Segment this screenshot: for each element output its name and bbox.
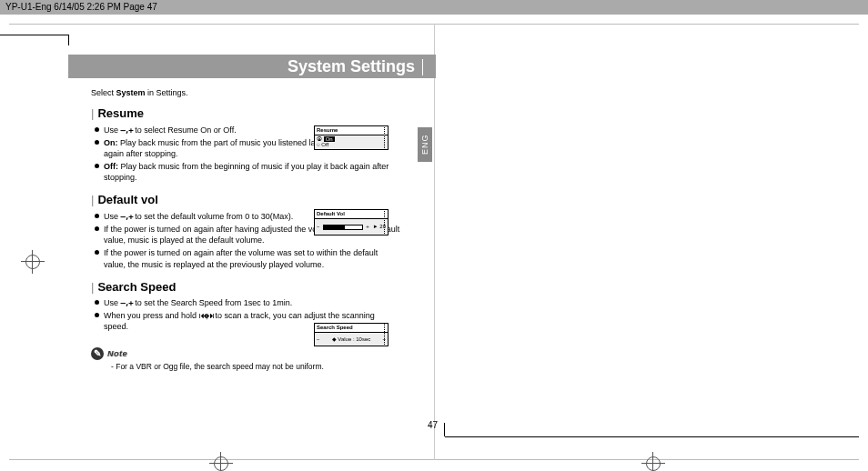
list-item: Off: Play back music from the beginning … xyxy=(95,161,400,183)
plus-icon: + xyxy=(366,224,369,230)
crop-header: YP-U1-Eng 6/14/05 2:26 PM Page 47 xyxy=(0,0,868,15)
plus-minus-icon: —,+ xyxy=(121,298,133,307)
plus-minus-icon: —,+ xyxy=(121,125,133,135)
intro-line: Select System in Settings. xyxy=(91,87,400,98)
device-defaultvol: Default Vol − + ► 20 xyxy=(314,209,389,236)
crop-mark-left xyxy=(25,255,40,269)
section-title-searchspeed: |Search Speed xyxy=(91,279,400,296)
volume-slider xyxy=(323,225,364,230)
language-tab: ENG xyxy=(418,127,432,162)
device-defaultvol-title: Default Vol xyxy=(315,210,388,219)
title-bar: System Settings xyxy=(68,55,436,78)
spine-line xyxy=(434,24,435,460)
device-resume-title: Resume xyxy=(315,126,388,135)
corner-rule-v xyxy=(68,35,69,45)
note-label: Note xyxy=(107,349,127,358)
scan-icons: ⏮ , ⏭ xyxy=(199,311,214,320)
device-resume: Resume ⦿ On ○ Off xyxy=(314,125,389,150)
crop-mark-bottom-2 xyxy=(646,456,661,471)
plus-minus-icon: —,+ xyxy=(121,212,133,221)
device-searchspeed-title: Search Speed xyxy=(315,324,388,333)
device-searchspeed: Search Speed − ◆ Value : 10sec + xyxy=(314,323,389,346)
corner-rule-h xyxy=(0,35,68,35)
crop-mark-bottom-1 xyxy=(214,456,228,471)
page-number: 47 xyxy=(428,420,438,430)
note-block: ✎Note - For a VBR or Ogg file, the searc… xyxy=(91,347,400,372)
minus-icon: − xyxy=(317,224,320,230)
note-text: - For a VBR or Ogg file, the search spee… xyxy=(111,362,400,372)
list-item: Use —,+ to set the Search Speed from 1se… xyxy=(95,297,400,308)
note-icon: ✎ xyxy=(91,347,104,360)
header-slug: YP-U1-Eng 6/14/05 2:26 PM Page 47 xyxy=(5,2,157,12)
page-title: System Settings xyxy=(288,57,415,75)
list-item: If the power is turned on again after th… xyxy=(95,247,400,269)
page-rule-v xyxy=(444,423,445,436)
searchspeed-value: ◆ Value : 10sec xyxy=(320,336,383,343)
section-title-resume: |Resume xyxy=(91,105,400,122)
page-rule-h xyxy=(445,436,859,437)
section-title-defaultvol: |Default vol xyxy=(91,192,400,208)
